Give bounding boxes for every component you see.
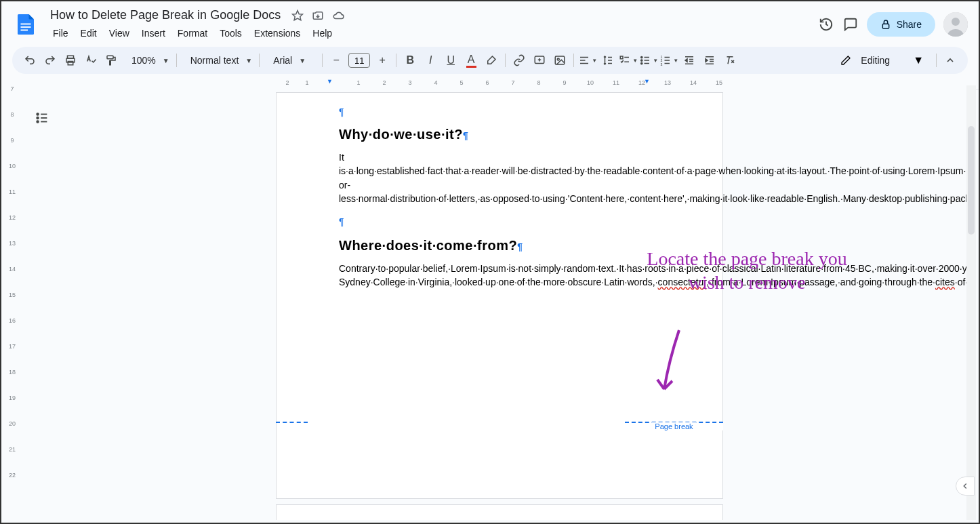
bold-button[interactable]: B <box>401 51 420 70</box>
history-icon[interactable] <box>818 16 834 33</box>
font-size-increase[interactable]: + <box>373 51 392 70</box>
redo-button[interactable] <box>41 51 60 70</box>
show-outline-button[interactable] <box>31 107 53 129</box>
menu-format[interactable]: Format <box>172 25 213 41</box>
svg-rect-20 <box>620 56 623 59</box>
line-spacing-button[interactable] <box>598 51 617 70</box>
indent-increase-button[interactable] <box>700 51 719 70</box>
svg-point-45 <box>37 121 39 123</box>
pilcrow-mark: ¶ <box>339 216 660 227</box>
comments-icon[interactable] <box>842 16 859 33</box>
zoom-dropdown[interactable]: 100%▼ <box>122 55 172 66</box>
svg-point-13 <box>557 58 559 60</box>
svg-point-24 <box>641 60 642 61</box>
page[interactable]: ¶ Why·do·we·use·it?¶ It is·a·long·establ… <box>276 92 723 499</box>
toolbar: 100%▼ Normal text▼ Arial▼ − 11 + B I U A… <box>12 47 968 74</box>
svg-point-25 <box>641 62 642 64</box>
menu-help[interactable]: Help <box>307 25 338 41</box>
add-comment-button[interactable] <box>530 51 549 70</box>
cloud-status-icon[interactable] <box>332 9 344 22</box>
heading[interactable]: Why·do·we·use·it?¶ <box>339 127 660 142</box>
vertical-scrollbar[interactable] <box>966 85 976 520</box>
svg-text:3: 3 <box>661 62 663 66</box>
svg-rect-12 <box>555 56 565 64</box>
indent-marker[interactable]: ▼ <box>327 78 333 85</box>
align-button[interactable]: ▼ <box>578 51 597 70</box>
paragraph[interactable]: It is·a·long·established·fact·that·a·rea… <box>339 150 660 205</box>
account-avatar[interactable] <box>943 12 968 37</box>
insert-image-button[interactable] <box>550 51 569 70</box>
spellcheck-button[interactable] <box>81 51 100 70</box>
svg-rect-4 <box>882 24 889 28</box>
document-title[interactable]: How to Delete Page Break in Google Docs <box>47 7 283 24</box>
lock-icon <box>880 19 891 30</box>
indent-decrease-button[interactable] <box>680 51 699 70</box>
svg-rect-0 <box>21 23 31 24</box>
star-icon[interactable] <box>291 9 304 22</box>
highlight-button[interactable] <box>482 51 501 70</box>
menu-extensions[interactable]: Extensions <box>249 25 306 41</box>
svg-rect-10 <box>107 56 113 59</box>
menu-view[interactable]: View <box>104 25 135 41</box>
bulleted-list-button[interactable]: ▼ <box>639 51 658 70</box>
menubar: File Edit View Insert Format Tools Exten… <box>47 25 810 41</box>
font-dropdown[interactable]: Arial▼ <box>264 55 318 66</box>
svg-point-43 <box>37 113 39 115</box>
svg-point-23 <box>641 56 642 58</box>
svg-rect-2 <box>21 29 28 31</box>
move-icon[interactable] <box>312 9 324 22</box>
right-indent-marker[interactable]: ▼ <box>644 78 650 85</box>
menu-tools[interactable]: Tools <box>214 25 247 41</box>
text-color-button[interactable]: A <box>462 51 481 70</box>
svg-point-44 <box>37 117 39 119</box>
annotation-text: Locate the page break you wish to remove <box>632 247 862 294</box>
vertical-ruler[interactable]: 7 8 9 10 11 12 13 14 15 16 17 18 19 20 2… <box>4 85 20 520</box>
share-label: Share <box>897 19 922 30</box>
paint-format-button[interactable] <box>102 51 121 70</box>
collapse-toolbar-button[interactable] <box>941 51 960 70</box>
insert-link-button[interactable] <box>510 51 529 70</box>
show-side-panel-button[interactable] <box>956 477 975 496</box>
page-break-indicator[interactable]: Page break <box>625 422 723 430</box>
menu-insert[interactable]: Insert <box>136 25 171 41</box>
paragraph[interactable]: Contrary·to·popular·belief,·Lorem·Ipsum·… <box>339 262 660 289</box>
svg-rect-1 <box>21 26 31 28</box>
clear-formatting-button[interactable] <box>720 51 739 70</box>
print-button[interactable] <box>61 51 80 70</box>
menu-edit[interactable]: Edit <box>75 25 102 41</box>
svg-point-6 <box>952 18 960 26</box>
font-size-decrease[interactable]: − <box>327 51 346 70</box>
pilcrow-mark: ¶ <box>339 106 660 117</box>
page-break-indicator[interactable] <box>276 422 308 423</box>
page[interactable] <box>276 504 723 520</box>
checklist-button[interactable]: ▼ <box>619 51 638 70</box>
styles-dropdown[interactable]: Normal text▼ <box>181 55 255 66</box>
pencil-icon <box>840 55 851 66</box>
numbered-list-button[interactable]: 123▼ <box>659 51 678 70</box>
font-size-input[interactable]: 11 <box>348 53 370 68</box>
scroll-thumb[interactable] <box>968 126 975 235</box>
undo-button[interactable] <box>20 51 39 70</box>
document-canvas[interactable]: ¶ Why·do·we·use·it?¶ It is·a·long·establ… <box>23 85 976 520</box>
italic-button[interactable]: I <box>421 51 440 70</box>
underline-button[interactable]: U <box>441 51 460 70</box>
editing-mode-dropdown[interactable]: Editing ▼ <box>832 54 932 66</box>
heading[interactable]: Where·does·it·come·from?¶ <box>339 238 660 254</box>
share-button[interactable]: Share <box>867 12 935 37</box>
menu-file[interactable]: File <box>47 25 74 41</box>
svg-marker-3 <box>293 10 303 20</box>
docs-logo[interactable] <box>12 11 39 38</box>
